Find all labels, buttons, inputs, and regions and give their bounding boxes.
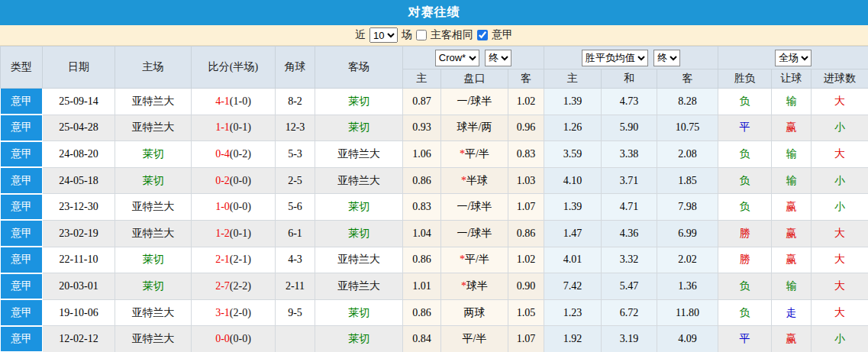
score-cell: 3-1(2-0) xyxy=(192,299,276,326)
page-title-text: 对赛往绩 xyxy=(408,5,460,21)
avg-away-odds: 1.36 xyxy=(657,273,718,300)
avg-home-odds: 7.42 xyxy=(544,273,602,300)
filter-bar: 近 10 场 主客相同 意甲 xyxy=(0,25,868,46)
avg-home-odds: 4.01 xyxy=(544,247,602,273)
handicap-result-badge: 输 xyxy=(772,89,812,115)
home-odds: 1.06 xyxy=(403,141,441,168)
avg-draw-odds: 5.90 xyxy=(602,115,657,141)
full-time-score: 1-0 xyxy=(215,201,230,212)
handicap-result-badge: 输 xyxy=(772,273,812,300)
corner-count: 12-3 xyxy=(276,115,315,141)
result-badge: 负 xyxy=(718,299,772,326)
home-odds: 0.86 xyxy=(403,247,441,273)
goals-badge: 小 xyxy=(812,326,868,352)
handicap-line: *平/半 xyxy=(441,247,508,273)
avg-away-odds: 1.85 xyxy=(657,167,718,194)
col-header-odds-away: 客 xyxy=(508,69,544,89)
bookmaker-time-select[interactable]: 终 xyxy=(485,50,511,66)
handicap-result-badge: 赢 xyxy=(772,194,812,221)
home-odds: 1.01 xyxy=(403,273,441,300)
home-team: 莱切 xyxy=(115,273,192,300)
home-team: 亚特兰大 xyxy=(115,194,192,221)
away-odds: 1.03 xyxy=(508,167,544,194)
table-row: 意甲 12-02-12 亚特兰大 0-0(0-0) 莱切 0.84 平/半 1.… xyxy=(1,326,868,352)
home-odds: 0.84 xyxy=(403,326,441,352)
avg-select[interactable]: 胜平负均值 xyxy=(582,50,648,66)
league-badge: 意甲 xyxy=(1,220,43,247)
home-team: 亚特兰大 xyxy=(115,89,192,115)
handicap-line: *平/半 xyxy=(441,141,508,168)
league-filter-label: 意甲 xyxy=(492,28,513,42)
full-time-score: 2-7 xyxy=(215,280,230,292)
avg-home-odds: 1.92 xyxy=(544,326,602,352)
match-date: 22-11-10 xyxy=(43,247,115,273)
goals-badge: 大 xyxy=(812,220,868,247)
avg-draw-odds: 6.72 xyxy=(602,299,657,326)
league-badge: 意甲 xyxy=(1,326,43,352)
league-badge: 意甲 xyxy=(1,167,43,194)
full-time-score: 0-2 xyxy=(215,175,230,186)
handicap-star: * xyxy=(461,175,466,186)
avg-time-select[interactable]: 终 xyxy=(653,50,680,66)
away-team: 莱切 xyxy=(315,326,403,352)
same-venue-label: 主客相同 xyxy=(431,28,473,42)
full-time-score: 2-1 xyxy=(215,254,230,265)
period-select[interactable]: 全场 xyxy=(775,50,812,66)
goals-badge: 小 xyxy=(812,115,868,141)
handicap-text: 半球 xyxy=(466,175,488,186)
table-row: 意甲 20-03-01 莱切 2-7(2-2) 2-11 亚特兰大 1.01 *… xyxy=(1,273,868,300)
handicap-line: 一/球半 xyxy=(441,89,508,115)
period-group-header: 全场 xyxy=(718,47,868,69)
avg-draw-odds: 4.36 xyxy=(602,220,657,247)
score-cell: 0-2(0-0) xyxy=(192,167,276,194)
avg-away-odds: 2.02 xyxy=(657,247,718,273)
home-odds: 0.93 xyxy=(403,115,441,141)
away-team: 亚特兰大 xyxy=(315,167,403,194)
match-date: 23-12-30 xyxy=(43,194,115,221)
avg-home-odds: 1.26 xyxy=(544,115,602,141)
corner-count: 9-5 xyxy=(276,299,315,326)
score-cell: 2-1(2-1) xyxy=(192,247,276,273)
full-time-score: 0-0 xyxy=(215,333,230,344)
league-badge: 意甲 xyxy=(1,194,43,221)
handicap-result-badge: 走 xyxy=(772,299,812,326)
league-badge: 意甲 xyxy=(1,115,43,141)
result-badge: 负 xyxy=(718,89,772,115)
match-date: 24-08-20 xyxy=(43,141,115,168)
away-odds: 0.90 xyxy=(508,273,544,300)
half-time-score: (0-0) xyxy=(230,175,251,186)
result-badge: 平 xyxy=(718,326,772,352)
avg-draw-odds: 3.38 xyxy=(602,141,657,168)
score-cell: 0-4(0-2) xyxy=(192,141,276,168)
home-odds: 0.86 xyxy=(403,299,441,326)
league-filter-checkbox[interactable] xyxy=(477,30,488,40)
bookmaker-select[interactable]: Crow* xyxy=(435,50,479,66)
corner-count: 5-3 xyxy=(276,141,315,168)
goals-badge: 大 xyxy=(812,89,868,115)
avg-draw-odds: 3.32 xyxy=(602,247,657,273)
goals-badge: 小 xyxy=(812,194,868,221)
col-header-result: 胜负 xyxy=(718,69,772,89)
away-team: 亚特兰大 xyxy=(315,247,403,273)
same-venue-checkbox[interactable] xyxy=(416,30,427,40)
match-date: 25-09-14 xyxy=(43,89,115,115)
handicap-result-badge: 赢 xyxy=(772,247,812,273)
games-label: 场 xyxy=(402,28,412,42)
away-team: 莱切 xyxy=(315,89,403,115)
col-header-goals: 进球数 xyxy=(812,69,868,89)
handicap-star: * xyxy=(460,254,465,265)
match-date: 20-03-01 xyxy=(43,273,115,300)
handicap-result-badge: 赢 xyxy=(772,220,812,247)
corner-count: 4-3 xyxy=(276,247,315,273)
away-team: 亚特兰大 xyxy=(315,141,403,168)
home-team: 莱切 xyxy=(115,247,192,273)
half-time-score: (1-0) xyxy=(230,95,251,107)
handicap-text: 平/半 xyxy=(463,333,487,344)
match-date: 24-05-18 xyxy=(43,167,115,194)
col-header-avg-draw: 和 xyxy=(602,69,657,89)
half-time-score: (0-1) xyxy=(230,228,251,239)
handicap-line: 两球 xyxy=(441,299,508,326)
match-count-select[interactable]: 10 xyxy=(369,27,398,43)
full-time-score: 4-1 xyxy=(215,95,230,107)
col-header-date: 日期 xyxy=(43,47,115,89)
